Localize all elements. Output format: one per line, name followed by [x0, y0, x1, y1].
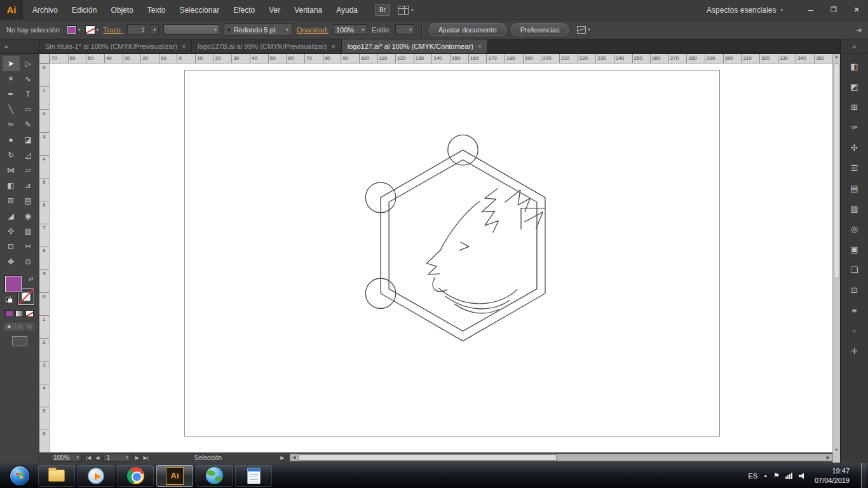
menu-ayuda[interactable]: Ayuda	[329, 0, 365, 20]
stroke-color-control[interactable]: ▾	[85, 25, 99, 34]
rectangle-tool[interactable]: ▭	[20, 102, 37, 117]
stroke-weight-label[interactable]: Trazo:	[103, 26, 123, 34]
zoom-tool[interactable]: ⊙	[20, 254, 37, 269]
menu-archivo[interactable]: Archivo	[25, 0, 65, 20]
hidden-icons-arrow[interactable]: ▲	[763, 473, 768, 478]
artboard-tool[interactable]: ⊡	[3, 239, 20, 254]
draw-normal-button[interactable]: ▣	[5, 323, 14, 330]
taskbar-illustrator-item[interactable]: Ai	[156, 465, 193, 487]
tab-close-icon[interactable]: ×	[478, 43, 482, 50]
stroke-weight-dropdown[interactable]: ▾	[151, 24, 159, 35]
appearance-panel-button[interactable]: ◎	[845, 220, 864, 237]
rotate-tool[interactable]: ↻	[3, 147, 20, 163]
swap-fill-stroke-icon[interactable]: ⇄	[29, 276, 34, 282]
default-fill-stroke-icon[interactable]	[6, 297, 13, 303]
fill-well[interactable]	[5, 276, 22, 292]
dock-expand-button[interactable]: «	[841, 39, 868, 54]
stroke-color-swatch[interactable]	[85, 25, 95, 34]
horizontal-ruler[interactable]: 7060504030201001020304050607080901001101…	[50, 54, 832, 64]
symbol-sprayer-tool[interactable]: ✣	[3, 224, 20, 239]
direct-selection-tool[interactable]: ▷	[20, 56, 37, 71]
paintbrush-tool[interactable]: ✑	[3, 117, 20, 132]
minimize-button[interactable]: ─	[799, 2, 822, 18]
next-artboard-button[interactable]: ▶	[135, 455, 139, 461]
mesh-tool[interactable]: ⊞	[3, 193, 20, 208]
symbols-panel-button[interactable]: ✣	[845, 139, 864, 156]
pencil-tool[interactable]: ✎	[20, 117, 37, 132]
bridge-button[interactable]: Br	[375, 4, 390, 16]
perspective-grid-tool[interactable]: ⊿	[20, 178, 37, 193]
swatches-panel-button[interactable]: ⊞	[845, 98, 864, 115]
show-desktop-button[interactable]	[861, 463, 867, 488]
taskbar-explorer-item[interactable]	[38, 465, 75, 487]
tools-panel-collapse[interactable]: «	[0, 39, 39, 53]
column-graph-tool[interactable]: ▥	[20, 224, 37, 239]
menu-objeto[interactable]: Objeto	[104, 0, 140, 20]
horizontal-scrollbar-thumb[interactable]	[298, 454, 557, 461]
opacity-label[interactable]: Opacidad:	[297, 26, 329, 34]
canvas[interactable]	[50, 64, 832, 452]
stroke-panel-button[interactable]: ☰	[845, 159, 864, 176]
gradient-button[interactable]	[15, 310, 24, 317]
zoom-dropdown[interactable]: 100% ▾	[51, 454, 81, 462]
color-guide-panel-button[interactable]: ◩	[845, 78, 864, 95]
preferences-button[interactable]: Preferencias	[511, 23, 569, 36]
restore-button[interactable]: ❐	[822, 2, 845, 18]
close-button[interactable]: ✕	[845, 2, 868, 18]
language-indicator[interactable]: ES	[748, 472, 757, 480]
eyedropper-tool[interactable]: ◢	[3, 208, 20, 224]
stroke-weight-stepper[interactable]: ▲▼	[127, 24, 146, 35]
lasso-tool[interactable]: ∿	[20, 71, 37, 86]
select-similar-control[interactable]: ▾	[577, 26, 590, 34]
draw-inside-button[interactable]: ◱	[25, 323, 34, 330]
workspace-switcher[interactable]: Aspectos esenciales ▾	[707, 6, 783, 15]
ruler-origin-corner[interactable]	[39, 54, 50, 64]
menu-efecto[interactable]: Efecto	[226, 0, 262, 20]
width-profile-dropdown[interactable]: ▾	[163, 24, 219, 35]
free-transform-tool[interactable]: ▱	[20, 163, 37, 178]
gradient-tool[interactable]: ▤	[20, 193, 37, 208]
pathfinder-panel-button[interactable]: ▫	[845, 322, 864, 339]
taskbar-notepad-item[interactable]	[235, 465, 272, 487]
eraser-tool[interactable]: ◪	[20, 132, 37, 147]
app-logo[interactable]: Ai	[0, 0, 23, 20]
action-center-icon[interactable]: ⚑	[773, 471, 780, 480]
gradient-panel-button[interactable]: ▤	[845, 180, 864, 196]
logo-artwork[interactable]	[349, 130, 576, 379]
artboard-number-field[interactable]: 1 ▾	[104, 454, 130, 462]
taskbar-start-button[interactable]	[4, 465, 36, 487]
pen-tool[interactable]: ✒	[3, 86, 20, 102]
screen-mode-button[interactable]	[12, 336, 27, 346]
brush-dropdown[interactable]: ● Redondo 5 pt. ▾	[224, 24, 292, 36]
menu-seleccionar[interactable]: Seleccionar	[172, 0, 226, 20]
blend-tool[interactable]: ◉	[20, 208, 37, 224]
clock[interactable]: 19:47 07/04/2019	[815, 466, 850, 485]
scale-tool[interactable]: ◿	[20, 147, 37, 163]
taskbar-gis-globe-item[interactable]	[196, 465, 233, 487]
transform-panel-button[interactable]: ✛	[845, 342, 864, 359]
horizontal-scrollbar[interactable]: ◀ ▶	[290, 454, 832, 461]
transparency-panel-button[interactable]: ▨	[845, 200, 864, 217]
slice-tool[interactable]: ✂	[20, 239, 37, 254]
menu-edicion[interactable]: Edición	[65, 0, 104, 20]
menu-ventana[interactable]: Ventana	[287, 0, 329, 20]
network-icon[interactable]	[785, 472, 793, 479]
style-dropdown[interactable]: ▾	[395, 24, 414, 35]
last-artboard-button[interactable]: ▶|	[144, 455, 149, 461]
graphic-styles-panel-button[interactable]: ▣	[845, 241, 864, 257]
first-artboard-button[interactable]: |◀	[86, 455, 91, 461]
scroll-left-icon[interactable]: ◀	[290, 455, 297, 460]
previous-artboard-button[interactable]: ◀	[95, 455, 99, 461]
document-tab-2[interactable]: logo127B.ai al 99% (CMYK/Previsualizar)×	[192, 39, 341, 53]
menu-ver[interactable]: Ver	[262, 0, 287, 20]
align-panel-button[interactable]: ≡	[845, 302, 864, 318]
blob-brush-tool[interactable]: ●	[3, 132, 20, 147]
brushes-panel-button[interactable]: ✑	[845, 119, 864, 135]
tab-close-icon[interactable]: ×	[182, 43, 186, 50]
scroll-down-icon[interactable]: ▼	[833, 448, 840, 452]
draw-behind-button[interactable]: ◲	[15, 323, 24, 330]
shape-builder-tool[interactable]: ◧	[3, 178, 20, 193]
vertical-ruler[interactable]: 01234567890123456	[39, 64, 50, 452]
type-tool[interactable]: T	[20, 86, 37, 102]
arrange-documents-button[interactable]: ▾	[398, 6, 414, 15]
